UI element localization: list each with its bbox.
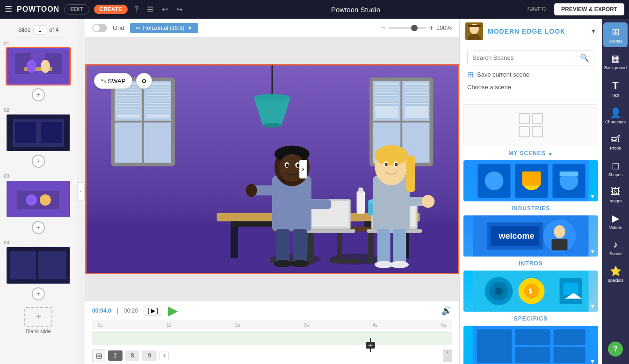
slide-add-btn-1[interactable]: + bbox=[32, 88, 45, 101]
svg-rect-30 bbox=[116, 101, 139, 103]
slide-add-btn-4[interactable]: + bbox=[32, 287, 45, 300]
bookmark-icon-btn[interactable]: ☰ bbox=[145, 3, 155, 16]
svg-rect-127 bbox=[393, 229, 406, 264]
svg-rect-27 bbox=[116, 93, 139, 95]
frame-button[interactable]: [ ▶ ] bbox=[144, 306, 162, 316]
timeline-btn-8[interactable]: 8 bbox=[125, 350, 140, 361]
orientation-dropdown-icon: ▼ bbox=[187, 25, 193, 31]
settings-button[interactable]: ⚙ bbox=[136, 73, 152, 89]
images-label: Images bbox=[608, 199, 622, 203]
svg-point-147 bbox=[485, 171, 504, 190]
scene-card-industries[interactable]: ▼ bbox=[463, 160, 598, 201]
timeline-add-btn[interactable]: + bbox=[159, 351, 169, 360]
icon-bar-images[interactable]: 🖼 Images bbox=[603, 183, 628, 207]
icon-bar-scenes[interactable]: ⊞ Scenes bbox=[603, 22, 628, 47]
scene-card-intros[interactable]: welcome ▼ bbox=[463, 215, 598, 257]
timeline-label-1s: 1s bbox=[166, 322, 172, 328]
blank-slide-box: + bbox=[24, 307, 52, 327]
svg-rect-16 bbox=[38, 251, 66, 279]
save-scene-row[interactable]: ⊞ Save current scene bbox=[467, 70, 594, 79]
slide-thumbnail-1[interactable] bbox=[6, 47, 71, 86]
zoom-plus-button[interactable]: + bbox=[429, 24, 433, 32]
icon-bar-shapes[interactable]: ◻ Shapes bbox=[603, 156, 628, 181]
specifics-down-arrow: ▼ bbox=[590, 303, 595, 310]
blank-slide[interactable]: + Blank slide bbox=[24, 307, 52, 334]
timeline-btn-2[interactable]: 2 bbox=[108, 350, 123, 361]
scene-card-specifics[interactable]: $ ▼ bbox=[463, 271, 598, 312]
volume-button[interactable]: 🔊 bbox=[441, 306, 452, 316]
my-scenes-label: MY SCENES bbox=[508, 148, 545, 160]
specials-icon: ⭐ bbox=[610, 265, 622, 277]
play-button[interactable]: ▶ bbox=[168, 304, 178, 317]
svg-point-162 bbox=[495, 287, 503, 295]
timeline-controls: ⊞ 2 8 9 + + − bbox=[85, 347, 459, 364]
my-scenes-arrow[interactable]: ▼ bbox=[548, 151, 553, 157]
svg-point-106 bbox=[286, 164, 289, 167]
slide-thumbnail-4[interactable] bbox=[6, 246, 71, 285]
time-separator: | bbox=[117, 307, 118, 314]
zoom-minus-button[interactable]: − bbox=[382, 24, 386, 32]
collapse-right-button[interactable]: › bbox=[299, 160, 307, 178]
icon-bar-specials[interactable]: ⭐ Specials bbox=[603, 262, 628, 286]
orientation-button[interactable]: ⇔ Horizontal (16:9) ▼ bbox=[130, 23, 199, 33]
undo-button[interactable]: ↩ bbox=[160, 3, 170, 16]
slide-thumbnail-2[interactable] bbox=[6, 114, 71, 152]
help-button[interactable]: ? bbox=[608, 342, 623, 357]
svg-point-157 bbox=[554, 225, 565, 238]
intros-down-arrow: ▼ bbox=[590, 248, 595, 255]
timeline-zoom-out[interactable]: − bbox=[443, 356, 452, 362]
icon-bar-sound[interactable]: ♪ Sound bbox=[603, 236, 628, 260]
svg-rect-173 bbox=[554, 347, 586, 363]
time-current: 00:04.0 bbox=[92, 307, 111, 314]
slide-number-02: 02 bbox=[4, 107, 9, 113]
profile-dropdown-icon[interactable]: ▼ bbox=[591, 28, 596, 35]
create-button[interactable]: CREATE bbox=[94, 5, 128, 14]
svg-rect-46 bbox=[146, 113, 169, 114]
redo-button[interactable]: ↪ bbox=[174, 3, 184, 16]
zoom-slider[interactable] bbox=[389, 27, 426, 29]
svg-rect-33 bbox=[116, 110, 139, 112]
help-icon-btn[interactable]: ? bbox=[132, 3, 140, 15]
svg-point-122 bbox=[395, 163, 398, 166]
swap-bar: ⇆ SWAP ⚙ bbox=[94, 73, 152, 89]
icon-bar-characters[interactable]: 👤 Characters bbox=[603, 103, 628, 128]
icon-bar-videos[interactable]: ▶ Videos bbox=[603, 209, 628, 234]
sound-icon: ♪ bbox=[613, 239, 618, 250]
scenes-label: Scenes bbox=[608, 39, 622, 43]
svg-point-121 bbox=[384, 163, 387, 166]
icon-bar-text[interactable]: T Text bbox=[603, 76, 628, 101]
slide-number-input[interactable] bbox=[33, 25, 46, 35]
svg-rect-169 bbox=[477, 329, 512, 363]
timeline-track[interactable]: ••• bbox=[92, 331, 452, 345]
search-input[interactable] bbox=[472, 54, 576, 61]
scene-card-imagegrids[interactable]: ▼ bbox=[463, 326, 598, 364]
slide-thumbnail-3[interactable] bbox=[6, 180, 71, 218]
slide-number-03: 03 bbox=[4, 173, 9, 179]
swap-button[interactable]: ⇆ SWAP bbox=[94, 73, 133, 89]
slide-add-btn-2[interactable]: + bbox=[32, 155, 45, 168]
svg-rect-15 bbox=[10, 251, 36, 279]
svg-rect-39 bbox=[146, 93, 169, 95]
slide-thumb-img-2 bbox=[7, 114, 70, 151]
collapse-left-button[interactable]: ‹ bbox=[77, 182, 85, 201]
timeline-home-btn[interactable]: ⊞ bbox=[92, 349, 105, 362]
menu-icon[interactable]: ☰ bbox=[5, 4, 12, 14]
svg-rect-42 bbox=[146, 101, 169, 103]
timeline-zoom-in[interactable]: + bbox=[443, 350, 452, 356]
edit-button[interactable]: EDIT bbox=[64, 4, 89, 14]
svg-rect-32 bbox=[116, 107, 139, 109]
timeline-btn-9[interactable]: 9 bbox=[142, 350, 157, 361]
icon-bar-background[interactable]: ▦ Background bbox=[603, 49, 628, 74]
svg-point-114 bbox=[290, 260, 309, 267]
slide-add-btn-3[interactable]: + bbox=[32, 221, 45, 234]
icon-bar-props[interactable]: 🛋 Props bbox=[603, 130, 628, 154]
characters-icon: 👤 bbox=[610, 107, 622, 118]
preview-export-button[interactable]: PREVIEW & EXPORT bbox=[554, 3, 624, 15]
specials-label: Specials bbox=[607, 278, 623, 283]
grid-toggle[interactable] bbox=[92, 24, 107, 32]
svg-point-125 bbox=[421, 195, 434, 208]
svg-rect-38 bbox=[146, 90, 169, 92]
canvas-frame[interactable]: ⇆ SWAP ⚙ bbox=[85, 64, 459, 274]
shapes-label: Shapes bbox=[608, 172, 623, 177]
svg-rect-26 bbox=[116, 90, 139, 92]
